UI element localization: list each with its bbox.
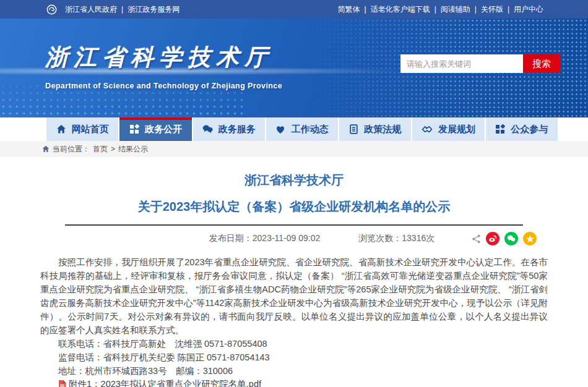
site-title-chinese: 浙江省科学技术厅 [45,42,282,73]
supervision-phone: 监督电话：省科技厅机关纪委 陈国正 0571-87054143 [40,351,548,364]
article-title-main: 关于2023年拟认定（备案）省级企业研发机构名单的公示 [40,198,548,215]
article-title-agency: 浙江省科学技术厅 [40,172,548,189]
breadcrumb: 当前位置： 首页 > 结果公示 [0,141,588,157]
title-divider [65,224,523,226]
share-weibo-icon[interactable] [486,232,499,245]
breadcrumb-separator: > [111,145,115,153]
contact-phone: 联系电话：省科技厅高新处 沈维强 0571-87055408 [40,337,548,351]
topbar-left-links: 浙江省人民政府 | 浙江政务服务网 [46,4,179,15]
article-content: 浙江省科学技术厅 关于2023年拟认定（备案）省级企业研发机构名单的公示 发布日… [40,172,548,387]
link-elderly-client-download[interactable]: 适老化客户端下载 [371,4,430,15]
publish-date: 发布日期：2023-11-09 09:02 [209,233,321,244]
document-icon [349,124,358,134]
heart-icon [275,125,285,134]
nav-label: 公众参与 [511,124,548,135]
main-navigation: 网站首页 政务公开 政务服务 工作动态 [0,117,588,141]
link-simplified-traditional[interactable]: 简繁体 [338,4,360,15]
nav-item-development-plans[interactable]: 发展规划 [412,117,485,141]
attachment-label: 附件1：2023年拟认定省重点企业研究院名单.pdf [69,378,261,387]
nav-item-work-news[interactable]: 工作动态 [266,117,339,141]
nav-label: 政策法规 [364,124,401,135]
link-zhejiang-service[interactable]: 浙江政务服务网 [128,4,179,15]
nav-label: 工作动态 [291,124,328,135]
view-count: 浏览次数：13316次 [358,233,435,244]
government-emblem-icon [46,4,57,15]
site-title-english: Department of Science and Technology of … [45,82,282,90]
article-paragraph: 按照工作安排，我厅组织开展了2023年省重点企业研究院、省企业研究院、省高新技术… [40,255,548,337]
nav-label: 发展规划 [438,124,475,135]
search-button[interactable]: 搜索 [523,54,560,73]
breadcrumb-prefix: 当前位置： [53,144,90,155]
topbar-separator: | [121,5,123,14]
nav-item-home[interactable]: 网站首页 [46,117,119,141]
topbar-separator: | [435,5,436,14]
pdf-icon [58,380,66,387]
top-utility-bar: 浙江省人民政府 | 浙江政务服务网 简繁体 | 适老化客户端下载 | 阅读辅助 … [0,0,588,19]
article-meta-row: 发布日期：2023-11-09 09:02 浏览次数：13316次 [40,228,548,249]
breadcrumb-home-link[interactable]: 首页 [93,144,108,155]
attachment-link-1[interactable]: 附件1：2023年拟认定省重点企业研究院名单.pdf [40,378,548,387]
topbar-separator: | [365,5,366,14]
topbar-right-links: 简繁体 | 适老化客户端下载 | 阅读辅助 | 关怀版 | 用户中心 [338,4,544,15]
nav-item-policies[interactable]: 政策法规 [339,117,412,141]
link-care-version[interactable]: 关怀版 [481,4,503,15]
breadcrumb-home-icon [42,145,50,153]
nav-label: 政务公开 [145,124,182,135]
topbar-separator: | [508,5,509,14]
share-qzone-icon[interactable] [523,232,537,245]
home-icon [56,124,66,134]
site-banner: 浙江省科学技术厅 Department of Science and Techn… [0,19,588,117]
grid-diamond-icon [495,124,505,134]
link-user-center[interactable]: 用户中心 [514,4,543,15]
nav-item-gov-disclosure[interactable]: 政务公开 [119,117,192,141]
share-nodes-icon[interactable] [472,234,481,244]
grid-diamond-icon [129,124,139,134]
search-box: 搜索 [400,54,560,73]
handshake-icon [422,124,433,134]
search-input[interactable] [400,54,523,73]
link-reading-assist[interactable]: 阅读辅助 [441,4,470,15]
share-toolbar [472,232,537,245]
nav-item-public-participation[interactable]: 公众参与 [486,117,558,141]
address-line: 地址：杭州市环城西路33号 邮编：310006 [40,364,548,378]
breadcrumb-current: 结果公示 [118,144,148,155]
nav-item-gov-services[interactable]: 政务服务 [193,117,266,141]
share-wechat-icon[interactable] [504,232,518,245]
nav-label: 网站首页 [72,124,109,135]
topbar-separator: | [475,5,477,14]
nav-label: 政务服务 [218,124,256,135]
chat-bubbles-icon [202,124,213,134]
site-logo[interactable]: 浙江省科学技术厅 Department of Science and Techn… [45,42,282,90]
link-zhejiang-gov[interactable]: 浙江省人民政府 [65,4,117,15]
